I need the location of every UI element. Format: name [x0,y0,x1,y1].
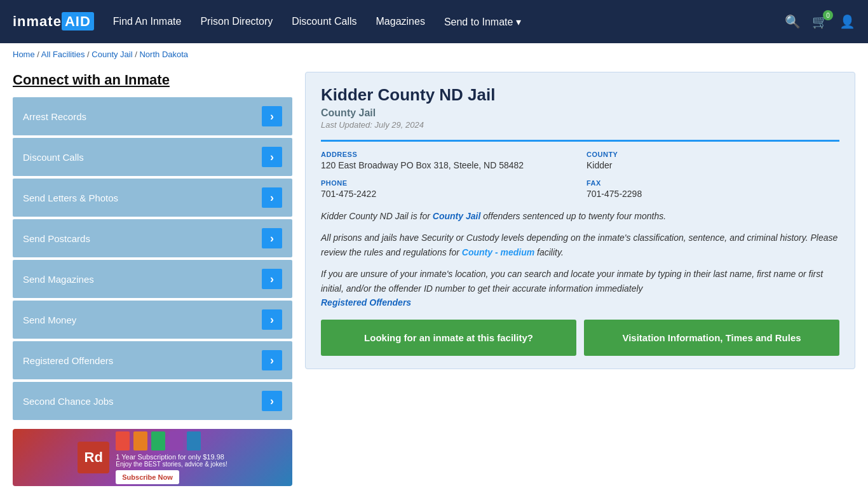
desc2-post: facility. [534,247,564,257]
phone-value: 701-475-2422 [321,189,574,199]
description-2: All prisons and jails have Security or C… [321,231,839,259]
desc3-text: If you are unsure of your inmate's locat… [321,269,823,293]
cart-badge: 0 [823,10,833,20]
sidebar-item-label: Discount Calls [23,152,84,163]
sidebar-item-label: Send Postcards [23,233,90,244]
breadcrumb-state[interactable]: North Dakota [139,50,188,59]
breadcrumb-county-jail[interactable]: County Jail [92,50,132,59]
sidebar-item-label: Arrest Records [23,111,86,122]
county-medium-link[interactable]: County - medium [462,247,534,257]
address-value: 120 East Broadway PO Box 318, Steele, ND… [321,160,574,170]
header-icons: 🔍 🛒 0 👤 [785,14,855,29]
user-icon[interactable]: 👤 [839,14,855,29]
ad-banner[interactable]: Rd 1 Year Subscription for only $19.98 E… [13,429,292,486]
sidebar-menu: Arrest Records › Discount Calls › Send L… [13,97,292,420]
nav-prison-directory[interactable]: Prison Directory [200,16,273,27]
desc1-post: offenders sentenced up to twenty four mo… [480,211,666,221]
find-inmate-button[interactable]: Looking for an inmate at this facility? [321,320,576,356]
sidebar: Connect with an Inmate Arrest Records › … [13,72,292,486]
breadcrumb: Home / All Facilities / County Jail / No… [0,43,868,65]
logo-aid: AID [62,12,94,30]
description-1: Kidder County ND Jail is for County Jail… [321,209,839,223]
address-label: ADDRESS [321,151,574,158]
info-grid: ADDRESS 120 East Broadway PO Box 318, St… [321,140,839,199]
ad-content: 1 Year Subscription for only $19.98 Enjo… [116,431,227,484]
sidebar-item-label: Send Money [23,315,76,325]
sidebar-item-send-letters[interactable]: Send Letters & Photos › [13,179,292,217]
visitation-info-button[interactable]: Visitation Information, Times and Rules [584,320,839,356]
facility-title: Kidder County ND Jail [321,85,839,105]
sidebar-item-second-chance-jobs[interactable]: Second Chance Jobs › [13,382,292,420]
sidebar-arrow-icon: › [262,228,282,248]
sidebar-arrow-icon: › [262,106,282,126]
action-buttons: Looking for an inmate at this facility? … [321,320,839,356]
sidebar-item-arrest-records[interactable]: Arrest Records › [13,97,292,135]
main-container: Connect with an Inmate Arrest Records › … [0,65,868,488]
sidebar-item-send-postcards[interactable]: Send Postcards › [13,219,292,257]
sidebar-item-send-money[interactable]: Send Money › [13,301,292,339]
header: inmateAID Find An Inmate Prison Director… [0,0,868,43]
breadcrumb-home[interactable]: Home [13,50,35,59]
description-3: If you are unsure of your inmate's locat… [321,267,839,309]
sidebar-item-label: Send Letters & Photos [23,193,118,203]
nav-magazines[interactable]: Magazines [376,16,425,27]
county-block: COUNTY Kidder [587,151,839,170]
facility-type: County Jail [321,107,839,119]
sidebar-arrow-icon: › [262,391,282,411]
cart-icon[interactable]: 🛒 0 [812,14,828,29]
sidebar-arrow-icon: › [262,350,282,370]
facility-card: Kidder County ND Jail County Jail Last U… [305,72,855,369]
ad-inner: Rd 1 Year Subscription for only $19.98 E… [72,429,232,486]
sidebar-arrow-icon: › [262,147,282,167]
sidebar-item-label: Second Chance Jobs [23,396,114,407]
sidebar-item-discount-calls[interactable]: Discount Calls › [13,138,292,176]
logo-area[interactable]: inmateAID [13,13,94,30]
fax-value: 701-475-2298 [587,189,839,199]
main-nav: Find An Inmate Prison Directory Discount… [113,16,785,28]
nav-discount-calls[interactable]: Discount Calls [292,16,356,27]
sidebar-item-registered-offenders[interactable]: Registered Offenders › [13,341,292,379]
sidebar-item-label: Registered Offenders [23,355,113,366]
county-value: Kidder [587,160,839,170]
ad-line2: Enjoy the BEST stories, advice & jokes! [116,461,227,468]
sidebar-arrow-icon: › [262,309,282,330]
ad-rd-logo: Rd [78,442,109,473]
phone-label: PHONE [321,179,574,187]
sidebar-item-label: Send Magazines [23,274,94,285]
content-area: Kidder County ND Jail County Jail Last U… [305,72,855,486]
phone-block: PHONE 701-475-2422 [321,179,574,199]
logo-text: inmateAID [13,13,94,30]
county-jail-link[interactable]: County Jail [433,211,480,221]
county-label: COUNTY [587,151,839,158]
fax-block: FAX 701-475-2298 [587,179,839,199]
sidebar-arrow-icon: › [262,187,282,208]
address-block: ADDRESS 120 East Broadway PO Box 318, St… [321,151,574,170]
breadcrumb-all-facilities[interactable]: All Facilities [41,50,85,59]
desc2-pre: All prisons and jails have Security or C… [321,233,837,257]
nav-send-to-inmate[interactable]: Send to Inmate ▾ [444,16,521,28]
ad-logo-text: Rd [85,449,103,466]
desc1-pre: Kidder County ND Jail is for [321,211,433,221]
ad-line1: 1 Year Subscription for only $19.98 [116,453,227,461]
sidebar-title: Connect with an Inmate [13,72,292,88]
fax-label: FAX [587,179,839,187]
sidebar-item-send-magazines[interactable]: Send Magazines › [13,260,292,298]
registered-offenders-link[interactable]: Registered Offenders [321,297,411,308]
sidebar-arrow-icon: › [262,269,282,289]
search-icon[interactable]: 🔍 [785,14,801,29]
ad-subscribe-button[interactable]: Subscribe Now [116,470,179,484]
facility-updated: Last Updated: July 29, 2024 [321,120,839,130]
nav-find-inmate[interactable]: Find An Inmate [113,16,182,27]
logo-inmate: inmate [13,13,62,29]
